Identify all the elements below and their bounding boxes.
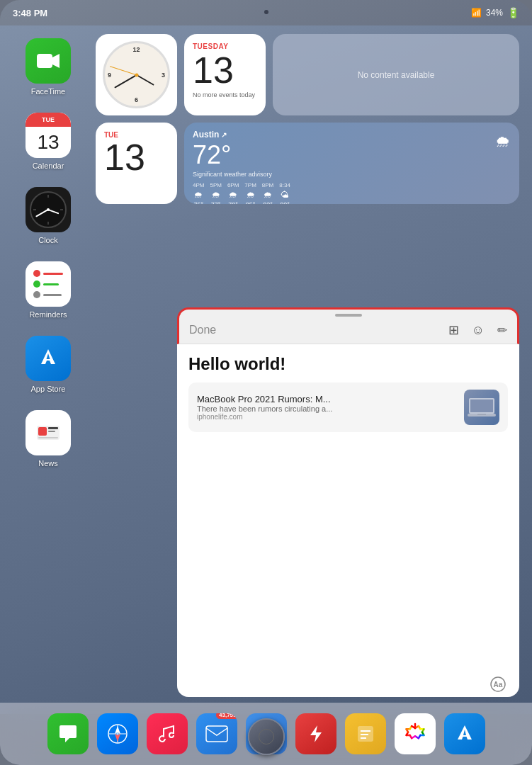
dock-mail[interactable]: 43,759 [196, 713, 237, 754]
status-time: 3:48 PM [13, 8, 47, 18]
clock-icon [26, 187, 71, 232]
dock-music[interactable] [147, 713, 188, 754]
notes-link-title: MacBook Pro 2021 Rumors: M... [197, 394, 457, 404]
widget-calendar-small[interactable]: TUESDAY 13 No more events today [184, 34, 266, 115]
widgets-container: 12 3 6 9 TUESDAY 13 [96, 34, 519, 204]
reminders-app[interactable]: Reminders [26, 261, 71, 319]
calendar-label: Calendar [33, 162, 64, 170]
svg-rect-0 [37, 54, 52, 68]
facetime-icon [26, 38, 71, 84]
notes-aa-icon[interactable]: Aa [489, 676, 506, 697]
notes-toolbar: Done ⊞ ☺ ✏ [177, 307, 519, 344]
weather-location: Austin ↗ [193, 130, 272, 140]
svg-rect-8 [470, 400, 493, 412]
appstore-app[interactable]: App Store [26, 336, 71, 393]
svg-rect-10 [477, 414, 486, 415]
notes-link-info: MacBook Pro 2021 Rumors: M... There have… [197, 394, 457, 421]
svg-rect-5 [48, 431, 55, 432]
status-bar: 3:48 PM 📶 34% 🔋 [0, 0, 532, 26]
battery-level: 34% [486, 8, 503, 18]
clock-app[interactable]: Clock [26, 187, 71, 244]
status-right: 📶 34% 🔋 [471, 7, 519, 18]
widget-placeholder: No content available [273, 34, 519, 115]
dock-photos[interactable] [395, 713, 436, 754]
mail-badge: 43,759 [216, 713, 237, 719]
clock-face: 12 3 6 9 [103, 41, 170, 108]
notes-grid-icon[interactable]: ⊞ [448, 322, 459, 338]
calendar-icon: TUE 13 [26, 113, 71, 158]
weather-current-icon: 🌧 [495, 132, 511, 151]
notes-emoji-icon[interactable]: ☺ [472, 323, 485, 338]
notes-toolbar-icons: ⊞ ☺ ✏ [448, 322, 507, 338]
calendar-day-number: 13 [193, 52, 257, 89]
facetime-app[interactable]: FaceTime [26, 38, 71, 96]
cal-md-day-number: 13 [104, 139, 169, 176]
dock-notes[interactable] [345, 713, 386, 754]
notes-title: Hello world! [188, 354, 508, 374]
svg-rect-4 [48, 427, 58, 429]
svg-text:Aa: Aa [494, 681, 503, 688]
svg-rect-6 [38, 437, 58, 438]
widget-weather[interactable]: Austin ↗ 72° Significant weather advisor… [184, 123, 519, 204]
notes-compose-icon[interactable]: ✏ [497, 323, 507, 338]
battery-icon: 🔋 [507, 7, 519, 18]
news-app[interactable]: News [26, 410, 71, 468]
dock-safari[interactable] [97, 713, 138, 754]
svg-rect-3 [38, 427, 47, 436]
news-label: News [38, 459, 58, 468]
screen: FaceTime TUE 13 Calendar [0, 26, 532, 714]
notes-link-domain: iphonelife.com [197, 413, 457, 421]
placeholder-text: No content available [358, 70, 435, 80]
calendar-events-text: No more events today [193, 91, 257, 100]
svg-rect-18 [206, 726, 227, 742]
widget-calendar-medium[interactable]: TUE 13 [96, 123, 177, 204]
widget-clock[interactable]: 12 3 6 9 [96, 34, 177, 115]
wifi-icon: 📶 [471, 8, 482, 18]
drag-handle [335, 314, 362, 317]
notes-link-thumbnail [464, 390, 499, 425]
news-icon [26, 410, 71, 455]
facetime-label: FaceTime [31, 87, 66, 96]
clock-label: Clock [38, 236, 58, 244]
svg-marker-1 [52, 54, 60, 68]
notes-done-button[interactable]: Done [189, 324, 216, 336]
dock-appstore[interactable] [444, 713, 485, 754]
notes-popup: Done ⊞ ☺ ✏ Hello world! [177, 307, 519, 707]
appstore-icon [26, 336, 71, 381]
reminders-label: Reminders [29, 310, 67, 319]
notes-link-desc: There have been rumors circulating a... [197, 404, 457, 413]
calendar-app[interactable]: TUE 13 Calendar [26, 113, 71, 170]
ipad-frame: 3:48 PM 📶 34% 🔋 FaceTime [0, 0, 532, 765]
notes-link-card[interactable]: MacBook Pro 2021 Rumors: M... There have… [188, 382, 508, 432]
dock-messages[interactable] [47, 713, 89, 754]
appstore-label: App Store [31, 385, 66, 393]
reminders-icon [26, 261, 71, 307]
home-button[interactable] [248, 718, 285, 755]
note-body: Hello world! MacBook Pro 2021 Rumors: M.… [177, 344, 519, 697]
weather-temp: 72° [193, 141, 272, 169]
weather-desc: Significant weather advisory [193, 171, 272, 178]
dock-spark[interactable] [295, 713, 336, 754]
apps-grid: FaceTime TUE 13 Calendar [13, 38, 84, 468]
weather-forecast: 4PM 🌧 75° 5PM 🌧 77° 6PM 🌧 78° [193, 182, 511, 204]
